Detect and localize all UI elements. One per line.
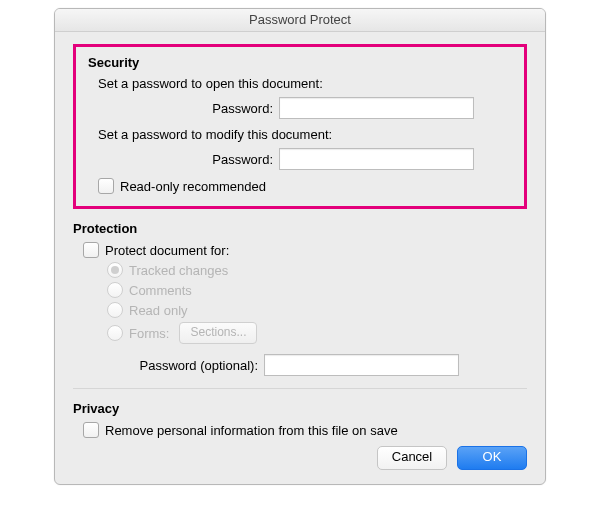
protection-radio-group: Tracked changes Comments Read only Forms… xyxy=(107,262,527,344)
modify-password-row: Password: xyxy=(88,148,512,170)
radio-comments-label: Comments xyxy=(129,283,192,298)
window-title: Password Protect xyxy=(55,9,545,32)
modify-password-input[interactable] xyxy=(279,148,474,170)
radio-forms-label: Forms: xyxy=(129,326,169,341)
protection-section: Protection Protect document for: Tracked… xyxy=(73,221,527,376)
protect-document-for-row[interactable]: Protect document for: xyxy=(83,242,527,258)
protection-password-input[interactable] xyxy=(264,354,459,376)
dialog-content: Security Set a password to open this doc… xyxy=(55,32,545,484)
readonly-recommended-checkbox[interactable] xyxy=(98,178,114,194)
radio-tracked-changes-label: Tracked changes xyxy=(129,263,228,278)
dialog-footer: Cancel OK xyxy=(73,446,527,470)
remove-personal-info-checkbox[interactable] xyxy=(83,422,99,438)
radio-tracked-changes-button xyxy=(107,262,123,278)
radio-read-only-button xyxy=(107,302,123,318)
protect-document-for-label: Protect document for: xyxy=(105,243,229,258)
divider xyxy=(73,388,527,389)
protection-password-label: Password (optional): xyxy=(83,358,264,373)
modify-password-prompt: Set a password to modify this document: xyxy=(98,127,512,142)
security-heading: Security xyxy=(88,55,512,70)
radio-read-only: Read only xyxy=(107,302,527,318)
open-password-prompt: Set a password to open this document: xyxy=(98,76,512,91)
protect-document-for-checkbox[interactable] xyxy=(83,242,99,258)
readonly-recommended-label: Read-only recommended xyxy=(120,179,266,194)
remove-personal-info-label: Remove personal information from this fi… xyxy=(105,423,398,438)
ok-button[interactable]: OK xyxy=(457,446,527,470)
open-password-row: Password: xyxy=(88,97,512,119)
radio-forms: Forms: Sections... xyxy=(107,322,527,344)
radio-comments: Comments xyxy=(107,282,527,298)
remove-personal-info-row[interactable]: Remove personal information from this fi… xyxy=(83,422,527,438)
radio-read-only-label: Read only xyxy=(129,303,188,318)
protection-password-row: Password (optional): xyxy=(83,354,527,376)
open-password-input[interactable] xyxy=(279,97,474,119)
radio-tracked-changes: Tracked changes xyxy=(107,262,527,278)
privacy-heading: Privacy xyxy=(73,401,527,416)
sections-button: Sections... xyxy=(179,322,257,344)
radio-comments-button xyxy=(107,282,123,298)
privacy-section: Privacy Remove personal information from… xyxy=(73,401,527,438)
modify-password-label: Password: xyxy=(88,152,279,167)
security-section: Security Set a password to open this doc… xyxy=(73,44,527,209)
readonly-recommended-row[interactable]: Read-only recommended xyxy=(98,178,512,194)
open-password-label: Password: xyxy=(88,101,279,116)
cancel-button[interactable]: Cancel xyxy=(377,446,447,470)
password-protect-dialog: Password Protect Security Set a password… xyxy=(54,8,546,485)
protection-heading: Protection xyxy=(73,221,527,236)
radio-forms-button xyxy=(107,325,123,341)
